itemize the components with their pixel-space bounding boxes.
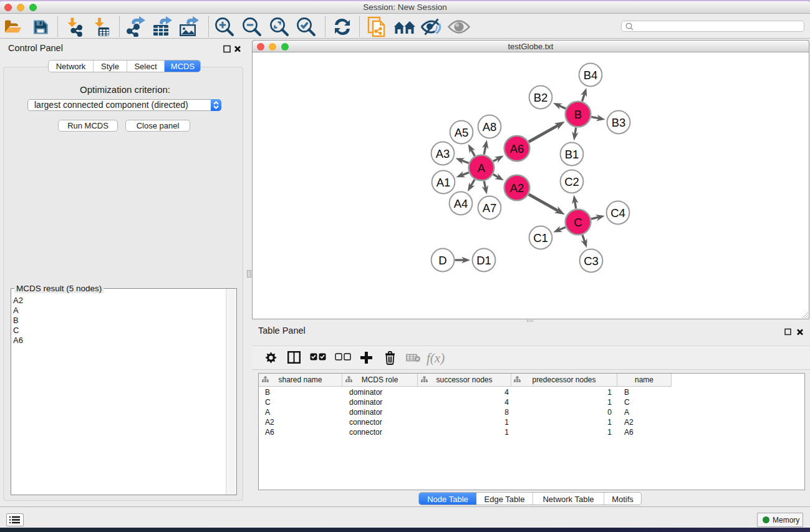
svg-text:B3: B3	[612, 116, 626, 129]
svg-text:C: C	[574, 216, 582, 229]
svg-text:A7: A7	[483, 201, 497, 215]
svg-text:A5: A5	[455, 126, 469, 139]
svg-text:C1: C1	[533, 231, 548, 244]
svg-text:B: B	[574, 108, 582, 121]
svg-text:A6: A6	[510, 142, 524, 155]
svg-text:A4: A4	[454, 197, 468, 210]
svg-text:A: A	[478, 162, 486, 175]
svg-text:C2: C2	[564, 175, 579, 188]
svg-text:B1: B1	[565, 148, 579, 161]
svg-text:B2: B2	[534, 91, 548, 104]
svg-text:A3: A3	[436, 147, 450, 160]
svg-text:A2: A2	[510, 181, 524, 195]
svg-text:B4: B4	[584, 69, 598, 82]
svg-text:C3: C3	[584, 254, 599, 268]
svg-text:D: D	[438, 254, 446, 267]
svg-text:C4: C4	[610, 206, 625, 220]
svg-text:A1: A1	[436, 176, 451, 189]
svg-text:A8: A8	[483, 120, 497, 133]
svg-text:D1: D1	[476, 254, 491, 267]
